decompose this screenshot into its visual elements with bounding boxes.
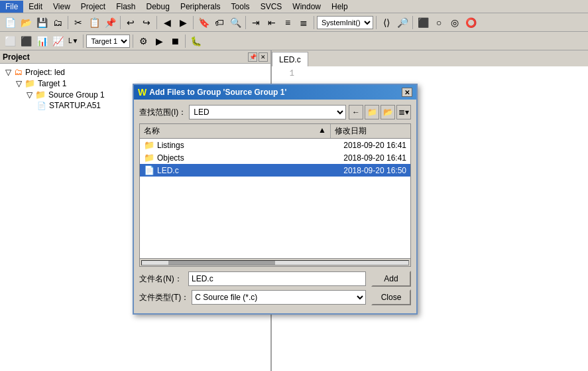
- listings-date: 2018-09-20 16:41: [327, 141, 406, 150]
- sep4: [193, 16, 194, 29]
- go-back-btn[interactable]: ←: [349, 105, 363, 119]
- target-selector[interactable]: Target 1: [86, 34, 130, 48]
- menu-tools[interactable]: Tools: [226, 1, 255, 13]
- project-root[interactable]: ▽ 🗂 Project: led: [3, 66, 268, 78]
- t2-config-btn[interactable]: ⚙: [136, 34, 150, 48]
- date-col-header[interactable]: 修改日期: [331, 124, 410, 138]
- dialog-body: 查找范围(I)： LED ← 📁 📂 ≣▾ 名称 ▲: [134, 100, 416, 313]
- t2-build-btn[interactable]: ▶: [152, 34, 166, 48]
- filename-input[interactable]: [188, 271, 366, 286]
- sep1: [68, 16, 68, 29]
- undo-btn[interactable]: ↩: [123, 15, 138, 30]
- new-btn[interactable]: 📄: [3, 15, 17, 30]
- project-pin-btn[interactable]: 📌: [248, 52, 257, 62]
- listings-folder-icon: 📁: [144, 140, 154, 150]
- tab-bar: LED.c: [272, 50, 588, 66]
- menu-help[interactable]: Help: [326, 1, 353, 13]
- menu-flash[interactable]: Flash: [111, 1, 141, 13]
- sep7: [376, 16, 377, 29]
- search-toolbar: ← 📁 📂 ≣▾: [349, 105, 411, 119]
- bookmark-btn[interactable]: 🔖: [196, 15, 211, 30]
- menu-edit[interactable]: Edit: [23, 1, 48, 13]
- t2-stop-btn[interactable]: ⏹: [168, 34, 182, 48]
- menu-project[interactable]: Project: [76, 1, 111, 13]
- nav-fwd-btn[interactable]: ▶: [176, 15, 190, 30]
- t2-debug-btn[interactable]: 🐛: [188, 34, 203, 48]
- nav-back-btn[interactable]: ◀: [160, 15, 174, 30]
- add-button[interactable]: Add: [371, 271, 411, 287]
- project-header: Project 📌 ✕: [0, 50, 270, 64]
- target-dropdown[interactable]: Target 1: [86, 35, 130, 48]
- source-group-expand-icon: ▽: [27, 90, 32, 100]
- target-folder-icon: 📁: [25, 78, 35, 88]
- copy-btn[interactable]: 📋: [87, 15, 101, 30]
- menu-window[interactable]: Window: [287, 1, 326, 13]
- uncomment-btn[interactable]: ≣: [296, 15, 311, 30]
- t2-btn3[interactable]: 📊: [34, 34, 49, 48]
- menu-svcs[interactable]: SVCS: [255, 1, 288, 13]
- sep3: [156, 16, 157, 29]
- toolbar1: 📄 📂 💾 🗂 ✂ 📋 📌 ↩ ↪ ◀ ▶ 🔖 🏷 🔍 ⇥ ⇤ ≡ ≣ Syst…: [0, 13, 588, 32]
- inspect-btn[interactable]: 🔎: [395, 15, 410, 30]
- extra1-btn[interactable]: ⬛: [416, 15, 430, 30]
- filetype-row: 文件类型(T)： C Source file (*.c) Close: [139, 289, 411, 305]
- paste-btn[interactable]: 📌: [103, 15, 117, 30]
- redo-btn[interactable]: ↪: [139, 15, 154, 30]
- horizontal-scrollbar[interactable]: [140, 258, 410, 266]
- t2-btn1[interactable]: ⬜: [3, 34, 17, 48]
- comment-btn[interactable]: ≡: [280, 15, 295, 30]
- search-dropdown[interactable]: LED: [189, 105, 346, 119]
- file-row-listings[interactable]: 📁 Listings 2018-09-20 16:41: [140, 139, 410, 151]
- up-folder-btn[interactable]: 📁: [365, 105, 379, 119]
- menu-bar: File Edit View Project Flash Debug Perip…: [0, 0, 588, 13]
- dialog-title-container: W Add Files to Group 'Source Group 1': [138, 87, 286, 98]
- view-btn[interactable]: ≣▾: [396, 105, 411, 119]
- t2-btn4[interactable]: 📈: [50, 34, 65, 48]
- project-close-btn[interactable]: ✕: [259, 52, 268, 62]
- project-panel-title: Project: [3, 52, 30, 62]
- tab-led-c[interactable]: LED.c: [272, 52, 308, 66]
- indent-btn[interactable]: ⇥: [249, 15, 263, 30]
- sep5: [245, 16, 246, 29]
- bookmark2-btn[interactable]: 🏷: [212, 15, 227, 30]
- unindent-btn[interactable]: ⇤: [265, 15, 279, 30]
- extra3-btn[interactable]: ◎: [447, 15, 462, 30]
- h-scroll-track[interactable]: [141, 260, 409, 265]
- sep11: [185, 35, 186, 48]
- save-btn[interactable]: 💾: [34, 15, 49, 30]
- dialog-titlebar: W Add Files to Group 'Source Group 1' ✕: [134, 85, 416, 100]
- menu-view[interactable]: View: [48, 1, 76, 13]
- search-btn[interactable]: 🔍: [228, 15, 243, 30]
- project-root-icon: ▽: [5, 68, 11, 77]
- close-button[interactable]: Close: [371, 289, 411, 305]
- source-group-folder-icon: 📁: [35, 90, 46, 100]
- menu-peripherals[interactable]: Peripherals: [175, 1, 226, 13]
- filetype-select[interactable]: C Source file (*.c): [192, 290, 366, 305]
- func-nav-btn[interactable]: ⟨⟩: [379, 15, 394, 30]
- menu-file[interactable]: File: [0, 1, 23, 13]
- line-1: 1: [274, 69, 294, 78]
- cut-btn[interactable]: ✂: [71, 15, 86, 30]
- name-col-header[interactable]: 名称 ▲: [140, 124, 331, 138]
- function-selector[interactable]: SystemInit(): [317, 15, 373, 30]
- project-root-label: Project: led: [25, 68, 65, 77]
- open-btn[interactable]: 📂: [19, 15, 33, 30]
- project-root-folder-icon: 🗂: [14, 67, 23, 77]
- new-folder-btn[interactable]: 📂: [381, 105, 395, 119]
- t2-btn2[interactable]: ⬛: [19, 34, 33, 48]
- name-col-label: 名称: [144, 126, 160, 135]
- extra4-btn[interactable]: ⭕: [463, 15, 478, 30]
- menu-debug[interactable]: Debug: [141, 1, 175, 13]
- function-dropdown[interactable]: SystemInit(): [317, 16, 373, 29]
- sep10: [133, 35, 133, 48]
- file-list: 名称 ▲ 修改日期 📁 Listings 2018-09-20 16:41 📁 …: [139, 123, 411, 267]
- save-all-btn[interactable]: 🗂: [50, 15, 65, 30]
- sep2: [120, 16, 121, 29]
- extra2-btn[interactable]: ○: [432, 15, 446, 30]
- dialog-title-icon: W: [138, 87, 147, 98]
- dialog-close-btn[interactable]: ✕: [402, 88, 412, 97]
- file-row-objects[interactable]: 📁 Objects 2018-09-20 16:41: [140, 151, 410, 164]
- file-row-ledc[interactable]: 📄 LED.c 2018-09-20 16:50: [140, 164, 410, 177]
- startup-file-label: STARTUP.A51: [49, 101, 101, 110]
- file-list-body[interactable]: 📁 Listings 2018-09-20 16:41 📁 Objects 20…: [140, 139, 410, 258]
